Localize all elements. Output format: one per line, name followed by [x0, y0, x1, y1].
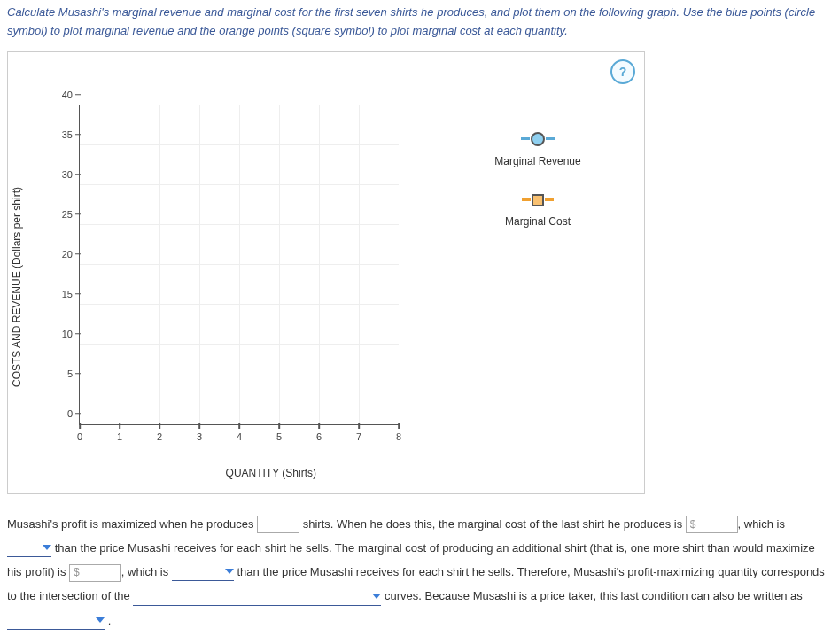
- x-tick: 0: [77, 424, 82, 442]
- chevron-down-icon: [372, 594, 381, 599]
- legend-label: Marginal Cost: [467, 215, 609, 228]
- x-tick: 5: [276, 424, 282, 442]
- y-tick: 5: [67, 369, 80, 379]
- condition-dropdown[interactable]: [7, 613, 105, 630]
- y-tick: 20: [62, 249, 80, 260]
- chart-legend: Marginal Revenue Marginal Cost: [467, 132, 609, 254]
- compare-dropdown-1[interactable]: [7, 540, 51, 557]
- chevron-down-icon: [96, 617, 105, 623]
- y-tick: 25: [62, 209, 80, 220]
- answer-text: , which is: [121, 565, 172, 578]
- x-tick: 4: [237, 424, 242, 442]
- y-tick: 15: [62, 289, 80, 299]
- y-tick: 0: [67, 408, 80, 419]
- y-axis-label: COSTS AND REVENUE (Dollars per shirt): [11, 187, 23, 387]
- square-icon: [467, 194, 609, 206]
- x-tick: 2: [157, 424, 162, 442]
- x-tick: 1: [117, 424, 122, 442]
- x-tick: 6: [316, 424, 322, 442]
- answer-text: , which is: [738, 517, 785, 531]
- legend-label: Marginal Revenue: [467, 155, 609, 167]
- answer-text: curves. Because Musashi is a price taker…: [385, 589, 803, 602]
- plot-region[interactable]: 0 5 10 15 20 25 30 35 40 0 1 2 3 4 5 6 7: [79, 105, 399, 425]
- mc-next-input[interactable]: $: [69, 564, 121, 582]
- x-tick: 3: [197, 424, 202, 442]
- answer-text: Musashi's profit is maximized when he pr…: [7, 517, 257, 531]
- x-tick: 7: [356, 424, 361, 442]
- chevron-down-icon: [43, 545, 51, 550]
- chart-area[interactable]: COSTS AND REVENUE (Dollars per shirt) 0 …: [35, 105, 442, 469]
- y-tick: 35: [62, 129, 80, 140]
- dollar-icon: $: [687, 514, 700, 536]
- quantity-input[interactable]: [257, 516, 299, 533]
- x-axis-label: QUANTITY (Shirts): [226, 467, 316, 479]
- curves-dropdown[interactable]: [133, 589, 381, 606]
- graph-panel: ? COSTS AND REVENUE (Dollars per shirt) …: [7, 51, 645, 494]
- circle-icon: [467, 132, 609, 146]
- answer-text: .: [108, 614, 112, 627]
- legend-marginal-cost[interactable]: Marginal Cost: [467, 194, 609, 228]
- x-tick: 8: [396, 424, 401, 442]
- answer-text: shirts. When he does this, the marginal …: [303, 517, 686, 531]
- y-tick: 10: [62, 329, 80, 339]
- y-tick: 30: [62, 169, 80, 180]
- compare-dropdown-2[interactable]: [172, 564, 234, 581]
- answer-paragraph: Musashi's profit is maximized when he pr…: [7, 512, 832, 632]
- help-button[interactable]: ?: [610, 59, 635, 84]
- instructions-text: Calculate Musashi's marginal revenue and…: [7, 4, 832, 41]
- legend-marginal-revenue[interactable]: Marginal Revenue: [467, 132, 609, 167]
- mc-last-input[interactable]: $: [686, 516, 738, 533]
- chevron-down-icon: [225, 569, 234, 574]
- y-tick: 40: [62, 89, 80, 100]
- dollar-icon: $: [70, 562, 83, 584]
